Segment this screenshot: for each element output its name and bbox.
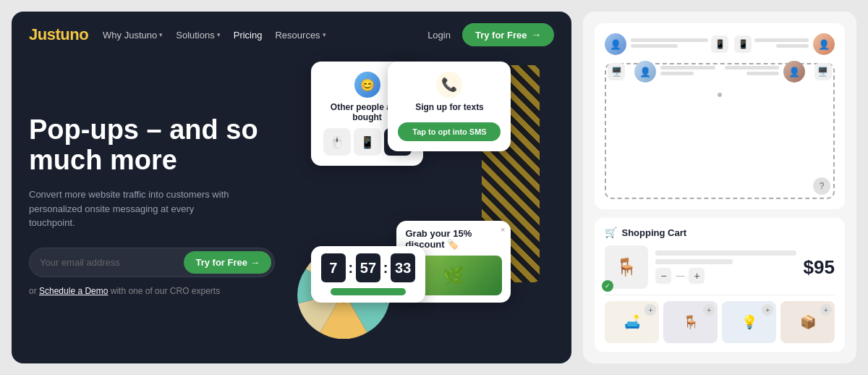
cart-section: 🛒 Shopping Cart 🪑 ✓ − — + $95 ✦ [595,218,845,352]
network-node-1: 👤 [605,33,708,55]
left-panel: Justuno Why Justuno ▾ Solutions ▾ Pricin… [12,12,571,363]
thumb-add-icon-1[interactable]: + [644,304,656,316]
connector-dot [716,91,723,98]
dashed-connection-box [605,63,835,199]
network-node-4: 👤 [725,61,805,83]
node-line [725,66,779,69]
product-item-2: 📱 [354,128,381,156]
check-badge: ✓ [602,280,613,292]
thumb-add-icon-4[interactable]: + [820,304,832,316]
thumb-add-icon-2[interactable]: + [703,304,715,316]
discount-title: Grab your 15% discount 🏷️ [405,228,502,250]
demo-text: or Schedule a Demo with one of our CRO e… [29,286,275,296]
product-item-1: 🖱️ [323,128,351,156]
arrow-icon: → [531,29,541,41]
device-icon-4: 🖥️ [814,63,832,80]
cart-header: 🛒 Shopping Cart [605,227,835,238]
node-lines-3 [660,66,715,77]
thumb-1[interactable]: 🛋️ + [605,301,659,343]
device-icon-1: 📱 [711,35,728,53]
nav-try-free-button[interactable]: Try for Free → [462,23,555,46]
chevron-down-icon: ▾ [159,31,163,38]
sms-card: 📞 Sign up for texts Tap to opt into SMS [388,62,511,151]
arrow-icon: → [250,257,260,268]
sms-title: Sign up for texts [398,102,501,112]
node-line [631,38,708,42]
logo-just: Just [29,25,60,43]
login-button[interactable]: Login [427,30,451,41]
qty-value: — [676,271,684,281]
card-avatar: 😊 [354,72,380,98]
network-section: 👤 📱 📱 👤 🖥️ [595,23,845,209]
chevron-down-icon: ▾ [323,31,326,38]
timer-colon-1: : [349,260,354,277]
phone-icon: 📞 [436,72,462,98]
hero-section: Pop-ups – and so much more Convert more … [12,58,571,363]
right-panel: 👤 📱 📱 👤 🖥️ [583,12,856,363]
timer-seconds: 33 [391,253,415,282]
avatar-3: 👤 [634,61,656,83]
navbar: Justuno Why Justuno ▾ Solutions ▾ Pricin… [12,12,571,58]
nav-resources[interactable]: Resources ▾ [275,30,326,41]
hero-subtitle: Convert more website traffic into custom… [29,188,231,230]
cart-price: $95 [804,256,835,279]
node-line-short [631,44,677,48]
timer-card: 7 : 57 : 33 [311,246,425,303]
hero-left: Pop-ups – and so much more Convert more … [29,58,275,346]
close-icon[interactable]: × [501,225,505,234]
node-lines-4 [725,66,779,77]
timer-minutes: 57 [356,253,380,282]
logo-uno: uno [60,25,88,43]
chevron-down-icon: ▾ [217,31,221,38]
device-icon-3: 🖥️ [608,63,625,80]
cart-divider [605,295,835,295]
network-node-2: 👤 [754,33,835,55]
thumb-4[interactable]: 📦 + [780,301,835,343]
product-thumbnails: 🛋️ + 🪑 + 💡 + 📦 + [605,301,835,343]
email-input[interactable] [40,257,184,268]
qty-decrease-button[interactable]: − [655,268,671,284]
nav-right: Login Try for Free → [427,23,554,46]
thumb-add-icon-3[interactable]: + [762,304,773,316]
cart-line-1 [655,250,796,256]
qty-increase-button[interactable]: + [689,268,705,284]
email-form[interactable]: Try for Free → [29,248,275,277]
thumb-3[interactable]: 💡 + [722,301,776,343]
schedule-demo-link[interactable]: Schedule a Demo [39,286,108,296]
node-line [660,66,715,69]
thumb-2[interactable]: 🪑 + [663,301,718,343]
sms-opt-in-button[interactable]: Tap to opt into SMS [398,122,501,141]
avatar-2: 👤 [813,33,835,55]
timer-hours: 7 [321,253,346,282]
hero-title: Pop-ups – and so much more [29,115,275,176]
nav-why-justuno[interactable]: Why Justuno ▾ [103,30,163,41]
device-icon-2: 📱 [734,35,752,53]
avatar-1: 👤 [605,33,626,55]
node-line-short [776,44,809,48]
question-badge: ? [813,177,830,195]
nav-solutions[interactable]: Solutions ▾ [176,30,220,41]
qty-controls: − — + [655,268,796,284]
nav-pricing[interactable]: Pricing [234,30,263,41]
timer-colon-2: : [383,260,388,277]
cart-item-lines: − — + [655,250,796,284]
cart-icon: 🛒 [605,227,617,238]
node-line-short [660,72,693,75]
node-lines-1 [631,38,708,50]
timer-display: 7 : 57 : 33 [321,253,415,282]
node-line [754,38,809,42]
node-line-short [746,72,779,75]
cart-title: Shopping Cart [621,227,686,238]
cart-product-image: 🪑 ✓ [605,245,648,289]
hero-try-free-button[interactable]: Try for Free → [184,251,271,274]
cart-item-row: 🪑 ✓ − — + $95 [605,245,835,289]
hero-right: ⏰ 😊 Other people also bought 🖱️ 📱 🎮 📞 Si… [289,58,554,346]
timer-progress-bar [331,288,406,295]
cart-line-2 [655,259,733,264]
avatar-4: 👤 [783,61,805,83]
logo[interactable]: Justuno [29,25,88,44]
network-node-3: 👤 [634,61,715,83]
nav-links: Why Justuno ▾ Solutions ▾ Pricing Resour… [103,30,413,41]
node-lines-2 [754,38,809,50]
